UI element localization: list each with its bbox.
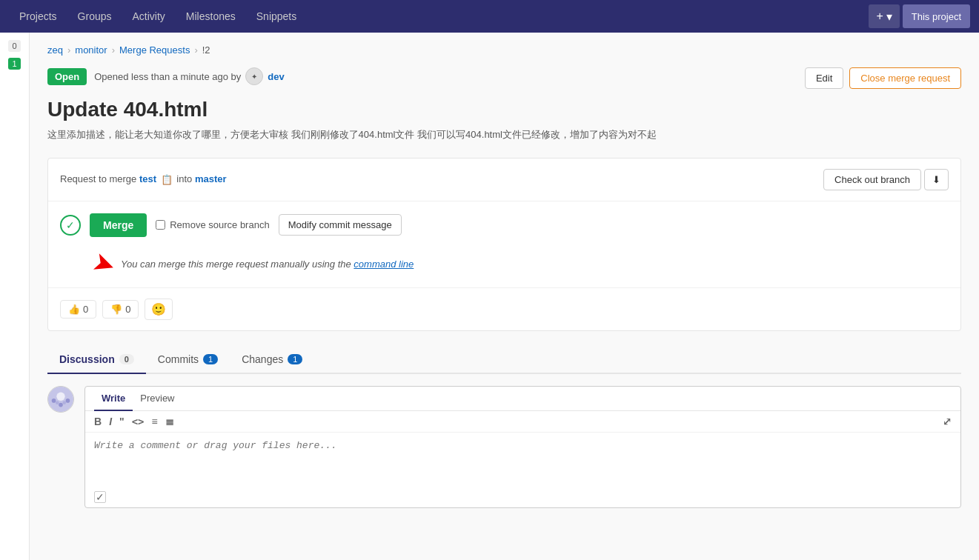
- thumbs-up-count: 0: [83, 304, 88, 315]
- left-sidebar: 0 1: [0, 33, 30, 560]
- remove-source-branch-checkbox[interactable]: [156, 220, 165, 230]
- top-navigation: Projects Groups Activity Milestones Snip…: [0, 0, 979, 33]
- fullscreen-icon[interactable]: ⤢: [943, 416, 952, 427]
- thumbs-up-icon: 👍: [68, 304, 80, 315]
- merge-note-row: ➤ You can merge this merge request manua…: [48, 249, 960, 287]
- sidebar-badge-1[interactable]: 1: [8, 58, 20, 70]
- author-name[interactable]: dev: [268, 71, 284, 82]
- remove-source-branch-label[interactable]: Remove source branch: [156, 219, 269, 230]
- add-reaction-button[interactable]: 🙂: [145, 299, 173, 320]
- svg-point-5: [56, 401, 59, 404]
- svg-point-3: [66, 399, 70, 403]
- comment-write-preview-tabs: Write Preview: [85, 387, 960, 411]
- merge-request-box: Request to merge test 📋 into master Chec…: [47, 158, 961, 331]
- status-badge-open: Open: [47, 68, 87, 85]
- branch-info: Request to merge test 📋 into master: [60, 173, 227, 186]
- mr-opened-text: Opened less than a minute ago by ✦ dev: [94, 67, 284, 85]
- bold-icon[interactable]: B: [94, 416, 102, 427]
- ordered-list-icon[interactable]: ≣: [165, 416, 174, 427]
- comment-section: Write Preview B I " <> ≡ ≣ ⤢ ✓: [47, 386, 961, 508]
- checkout-branch-button[interactable]: Check out branch: [823, 169, 921, 190]
- mr-description: 这里添加描述，能让老大知道你改了哪里，方便老大审核 我们刚刚修改了404.htm…: [47, 127, 961, 143]
- discussion-tabs: Discussion 0 Commits 1 Changes 1: [47, 346, 961, 374]
- commenter-avatar: [47, 386, 74, 413]
- mr-header-actions: Edit Close merge request: [805, 67, 961, 89]
- thumbs-down-icon: 👎: [110, 304, 122, 315]
- copy-branch-icon[interactable]: 📋: [161, 174, 173, 186]
- breadcrumb-id: !2: [202, 44, 210, 56]
- mr-title: Update 404.html: [47, 98, 961, 121]
- merge-action-row: ✓ Merge Remove source branch Modify comm…: [48, 201, 960, 249]
- quote-icon[interactable]: ": [119, 416, 125, 427]
- merge-note-text: You can merge this merge request manuall…: [121, 259, 414, 270]
- comment-preview-tab[interactable]: Preview: [133, 387, 182, 411]
- discussion-badge: 0: [119, 354, 134, 364]
- task-list-checkbox[interactable]: ✓: [94, 491, 106, 503]
- mr-box-actions: Check out branch ⬇: [823, 169, 949, 190]
- red-arrow-annotation: ➤: [88, 246, 120, 283]
- italic-icon[interactable]: I: [109, 416, 112, 427]
- comment-textarea[interactable]: [85, 433, 960, 484]
- mr-status-row: Open Opened less than a minute ago by ✦ …: [47, 67, 285, 85]
- breadcrumb-zeq[interactable]: zeq: [47, 44, 63, 56]
- comment-formatting-toolbar: B I " <> ≡ ≣ ⤢: [85, 411, 960, 433]
- reactions-row: 👍 0 👎 0 🙂: [48, 287, 960, 330]
- breadcrumb: zeq › monitor › Merge Requests › !2: [47, 44, 961, 56]
- breadcrumb-merge-requests[interactable]: Merge Requests: [119, 44, 190, 56]
- svg-point-2: [52, 399, 56, 403]
- main-content: zeq › monitor › Merge Requests › !2 Open…: [30, 33, 979, 560]
- svg-point-6: [62, 401, 66, 404]
- tab-discussion[interactable]: Discussion 0: [47, 346, 146, 374]
- edit-button[interactable]: Edit: [805, 67, 843, 89]
- changes-badge: 1: [288, 354, 302, 364]
- tab-commits[interactable]: Commits 1: [146, 346, 230, 374]
- nav-snippets[interactable]: Snippets: [246, 0, 307, 33]
- mr-box-header: Request to merge test 📋 into master Chec…: [48, 159, 960, 201]
- thumbs-down-button[interactable]: 👎 0: [102, 300, 139, 319]
- thumbs-down-count: 0: [125, 304, 130, 315]
- comment-write-tab[interactable]: Write: [94, 387, 133, 411]
- nav-activity[interactable]: Activity: [122, 0, 176, 33]
- svg-point-1: [56, 392, 64, 400]
- comment-second-toolbar: ✓: [85, 487, 960, 507]
- source-branch[interactable]: test: [139, 173, 156, 184]
- nav-milestones[interactable]: Milestones: [176, 0, 246, 33]
- download-button[interactable]: ⬇: [924, 169, 949, 190]
- sidebar-badge-0[interactable]: 0: [8, 40, 20, 52]
- new-item-button[interactable]: + ▾: [869, 4, 899, 28]
- breadcrumb-monitor[interactable]: monitor: [75, 44, 107, 56]
- code-icon[interactable]: <>: [132, 416, 145, 427]
- nav-projects[interactable]: Projects: [9, 0, 67, 33]
- mr-header-row: Open Opened less than a minute ago by ✦ …: [47, 67, 961, 89]
- this-project-button[interactable]: This project: [903, 4, 970, 28]
- unordered-list-icon[interactable]: ≡: [152, 416, 158, 427]
- merge-check-icon: ✓: [60, 215, 81, 236]
- tab-changes[interactable]: Changes 1: [230, 346, 314, 374]
- nav-groups[interactable]: Groups: [67, 0, 122, 33]
- thumbs-up-button[interactable]: 👍 0: [60, 300, 96, 319]
- avatar: ✦: [245, 67, 263, 85]
- command-line-link[interactable]: command line: [354, 259, 414, 270]
- commits-badge: 1: [203, 354, 218, 364]
- merge-button[interactable]: Merge: [90, 213, 147, 237]
- close-merge-request-button[interactable]: Close merge request: [849, 67, 961, 89]
- comment-editor: Write Preview B I " <> ≡ ≣ ⤢ ✓: [84, 386, 961, 508]
- svg-point-4: [59, 403, 63, 407]
- target-branch[interactable]: master: [195, 173, 227, 184]
- modify-commit-message-button[interactable]: Modify commit message: [279, 214, 402, 236]
